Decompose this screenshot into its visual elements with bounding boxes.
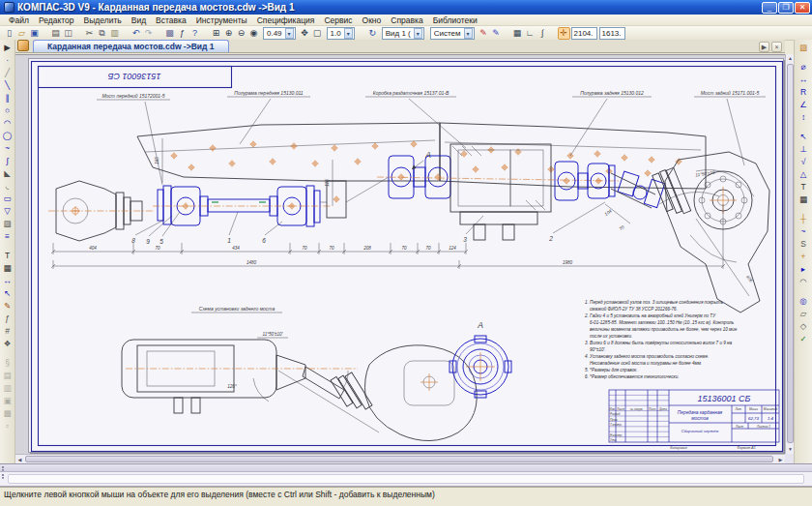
scroll-down-icon[interactable]: ▼	[786, 445, 795, 454]
radial-dimension-icon[interactable]: R	[798, 85, 810, 98]
close-button[interactable]: ✕	[795, 2, 810, 14]
dimension-row[interactable]: 404 70 434 70 70 208 70 70 124	[51, 243, 468, 254]
menu-file[interactable]: Файл	[4, 15, 34, 25]
check-panel-icon[interactable]: ▩	[1, 406, 14, 419]
overall-dimension[interactable]: 1480 1980	[51, 204, 725, 269]
section-line-icon[interactable]: ◠	[798, 275, 810, 287]
fillet-icon[interactable]: ◟	[1, 179, 14, 192]
menu-libraries[interactable]: Библиотеки	[428, 15, 482, 25]
label-front-frame[interactable]: Полурама передняя 15130.011	[234, 90, 303, 96]
roughness-icon[interactable]: √	[798, 155, 810, 167]
ole-object-icon[interactable]: ◇	[798, 319, 810, 332]
preview-icon[interactable]: ◫	[62, 27, 74, 40]
datum-icon[interactable]: ⊥	[798, 142, 810, 155]
chevron-down-icon[interactable]: ▾	[414, 28, 422, 39]
document-check-icon[interactable]: ✓	[798, 332, 810, 344]
redo-icon[interactable]: ↷	[142, 27, 155, 40]
output-universal-joint[interactable]	[555, 162, 665, 208]
menu-help[interactable]: Справка	[386, 15, 427, 25]
zoom-window-icon[interactable]: ⊞	[210, 27, 222, 40]
cursor-step-combo[interactable]: 1.0▾	[327, 27, 355, 40]
wave-line-icon[interactable]: ~	[798, 224, 810, 237]
grid-icon[interactable]: ▦	[511, 27, 524, 40]
menu-service[interactable]: Сервис	[319, 15, 357, 25]
callout-1[interactable]: 1	[227, 237, 231, 244]
scheme-title[interactable]: Схема установки заднего моста	[199, 306, 276, 312]
angular-dimension-icon[interactable]: ∠	[798, 98, 810, 110]
property-field[interactable]	[8, 474, 804, 484]
tab-close-icon[interactable]: ×	[771, 42, 782, 52]
document-tab[interactable]: Карданная передача мостов.cdw ->Вид 1	[33, 40, 229, 52]
paste-icon[interactable]: ▥	[108, 26, 121, 39]
property-bar-row[interactable]	[0, 463, 812, 472]
multiline-icon[interactable]: ≡	[1, 229, 14, 242]
auxiliary-line-icon[interactable]: ╱	[1, 66, 14, 78]
minimize-button[interactable]: _	[762, 2, 777, 14]
vertical-scroll-thumb[interactable]	[787, 64, 794, 443]
rectangle-icon[interactable]: ▭	[1, 192, 14, 204]
drag-grip-icon[interactable]	[2, 474, 6, 479]
message-bar-row[interactable]	[0, 472, 812, 487]
corner-stamp-number[interactable]: 15136001 СБ	[107, 72, 160, 81]
height-dimension-icon[interactable]: ↕	[798, 110, 810, 123]
local-cs-icon[interactable]: ∟	[524, 27, 536, 40]
menu-insert[interactable]: Вставка	[151, 15, 191, 25]
linear-dimension-icon[interactable]: ↔	[798, 73, 810, 85]
print-icon[interactable]: ▤	[49, 27, 62, 40]
context-help-icon[interactable]: ?	[188, 27, 201, 40]
fragment-insert-icon[interactable]: ▱	[798, 307, 810, 319]
input-universal-joint[interactable]	[389, 156, 450, 198]
label-rear-axle[interactable]: Мост задний 15171.001-5	[701, 90, 760, 96]
drag-grip-icon[interactable]	[2, 466, 6, 471]
horizontal-scroll-thumb[interactable]	[25, 456, 773, 462]
break-line-icon[interactable]: S	[798, 237, 810, 250]
menu-select[interactable]: Выделить	[79, 15, 127, 25]
layer-pen-red-icon[interactable]: ✎	[478, 27, 490, 40]
show-all-icon[interactable]: ▢	[311, 27, 324, 40]
variables-icon[interactable]: ƒ	[176, 27, 188, 40]
scheme-angle2[interactable]: 126°	[227, 384, 237, 389]
ortho-mode-icon[interactable]: ∫	[536, 27, 549, 40]
refresh-image-icon[interactable]: ↻	[366, 27, 379, 40]
rear-dimensions[interactable]: 104 70 406 11°50'±10'	[604, 170, 754, 296]
cursor-y-field[interactable]: 1613.	[599, 27, 625, 40]
label-transfer-case[interactable]: Коробка раздаточная 15137.01-В	[373, 90, 450, 96]
point-icon[interactable]: ∙	[1, 53, 14, 66]
measure-2d-icon[interactable]: #	[1, 324, 14, 337]
chevron-down-icon[interactable]: ▾	[464, 28, 473, 39]
save-icon[interactable]: ▣	[28, 27, 41, 40]
zoom-out-icon[interactable]: ⊖	[235, 27, 247, 40]
main-assembly-view[interactable]: Мост передний 15172001-5 Полурама передн…	[48, 90, 769, 313]
zoom-scale-combo[interactable]: 0.49▾	[263, 27, 296, 40]
edit-part-icon[interactable]: ✎	[1, 299, 14, 312]
open-document-icon[interactable]: ▱	[15, 27, 28, 40]
horizontal-scrollbar[interactable]: ◀ ▶	[15, 454, 785, 463]
restore-button[interactable]: ❐	[778, 2, 794, 14]
table-tool-icon[interactable]: ▦	[1, 261, 14, 274]
library-manager-icon[interactable]: ▩	[163, 27, 176, 40]
drawing-sheet[interactable]: 15136001 СБ	[28, 58, 784, 453]
rear-axle-view[interactable]	[652, 152, 769, 313]
view-arrow-icon[interactable]: ▸	[798, 262, 810, 275]
menu-window[interactable]: Окно	[358, 15, 387, 25]
table-insert-icon[interactable]: ▦	[798, 193, 810, 205]
label-front-axle[interactable]: Мост передний 15172001-5	[102, 93, 164, 99]
callout-5[interactable]: 5	[160, 238, 163, 245]
segment-icon[interactable]: ╲	[1, 78, 14, 91]
title-block[interactable]: 15136001 СБ Передача карданная мостов Сб…	[609, 390, 779, 450]
callout-3[interactable]: 3	[463, 236, 467, 243]
drawing-canvas[interactable]: 15136001 СБ	[15, 54, 785, 454]
callout-2[interactable]: 2	[548, 235, 553, 242]
axis-line-icon[interactable]: ┼	[798, 212, 810, 224]
zoom-in-icon[interactable]: ⊕	[222, 27, 235, 40]
spec-panel-icon[interactable]: §	[1, 356, 14, 369]
frame-bracket[interactable]	[320, 177, 389, 218]
cursor-x-field[interactable]: 2104.	[571, 27, 597, 40]
ellipse-icon[interactable]: ◯	[1, 129, 14, 141]
callout-8[interactable]: 8	[131, 237, 135, 244]
hatch-tool-icon[interactable]: ▨	[1, 217, 14, 229]
view-a-detail[interactable]: А	[450, 320, 511, 398]
centerline-icon[interactable]: +	[798, 250, 810, 262]
callout-6[interactable]: 6	[262, 237, 266, 244]
copy-icon[interactable]: ⧉	[96, 27, 108, 40]
